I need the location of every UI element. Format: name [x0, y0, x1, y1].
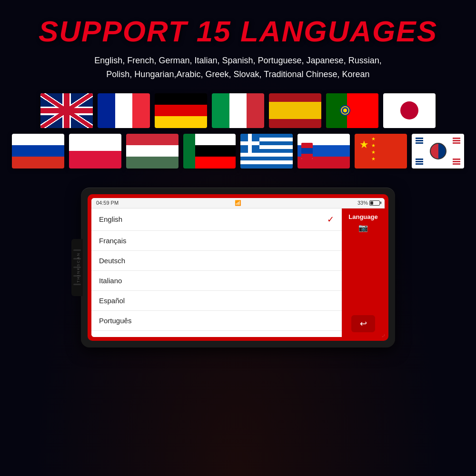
languages-subtitle: English, French, German, Italian, Spanis… [94, 54, 381, 81]
language-item-english[interactable]: English ✓ [91, 208, 342, 231]
grip-line [73, 249, 81, 251]
flag-italy [212, 93, 264, 128]
selected-checkmark: ✓ [327, 214, 334, 225]
flag-uae [183, 134, 236, 169]
flag-hungary [126, 134, 178, 169]
flag-germany [155, 93, 207, 128]
flags-row-1 [40, 93, 436, 128]
flag-uk [40, 93, 93, 128]
flag-russia [12, 134, 64, 169]
flag-china: ★ ★ ★ ★ ★ [355, 134, 407, 169]
back-button[interactable]: ↩ [351, 315, 375, 332]
page-title: SUPPORT 15 LANGUAGES [39, 14, 437, 48]
flag-poland [69, 134, 121, 169]
flags-container: ★ ★ ★ ★ ★ [10, 93, 466, 169]
language-item-german[interactable]: Deutsch [91, 251, 342, 271]
flags-row-2: ★ ★ ★ ★ ★ [12, 134, 464, 169]
brand-label: THINKSCAN [76, 252, 80, 282]
screen-sidebar: Language 📷 ↩ [342, 208, 385, 337]
language-list[interactable]: English ✓ Français Deutsch [91, 208, 342, 337]
battery-box [369, 200, 380, 206]
flag-korea [412, 134, 464, 169]
language-item-italian[interactable]: Italiano [91, 271, 342, 291]
main-content: SUPPORT 15 LANGUAGES English, French, Ge… [0, 0, 476, 357]
language-item-portuguese[interactable]: Português [91, 311, 342, 331]
battery-percent: 33% [357, 200, 368, 206]
flag-slovakia [298, 134, 350, 169]
device-grip: THINKSCAN [71, 239, 83, 296]
flag-spain [269, 93, 321, 128]
flag-greece [240, 134, 293, 169]
language-item-spanish[interactable]: Español [91, 291, 342, 311]
flag-portugal [326, 93, 378, 128]
flag-japan [383, 93, 436, 128]
device-red-border: 04:59 PM 📶 33% [88, 194, 388, 341]
screen-body: English ✓ Français Deutsch [91, 208, 385, 337]
grip-line [73, 284, 81, 285]
flag-france [98, 93, 150, 128]
sidebar-language-label: Language [348, 213, 377, 220]
status-time: 04:59 PM [96, 200, 119, 206]
battery-fill [370, 201, 373, 205]
device-section: THINKSCAN 04:59 PM 📶 33% [76, 188, 400, 347]
battery-indicator: 33% [357, 200, 380, 206]
device-screen: 04:59 PM 📶 33% [91, 198, 385, 337]
language-item-french[interactable]: Français [91, 231, 342, 251]
screen-ui: 04:59 PM 📶 33% [91, 198, 385, 337]
device: THINKSCAN 04:59 PM 📶 33% [81, 188, 395, 347]
wifi-icon: 📶 [235, 200, 241, 206]
camera-icon[interactable]: 📷 [358, 223, 368, 232]
status-bar: 04:59 PM 📶 33% [91, 198, 385, 208]
